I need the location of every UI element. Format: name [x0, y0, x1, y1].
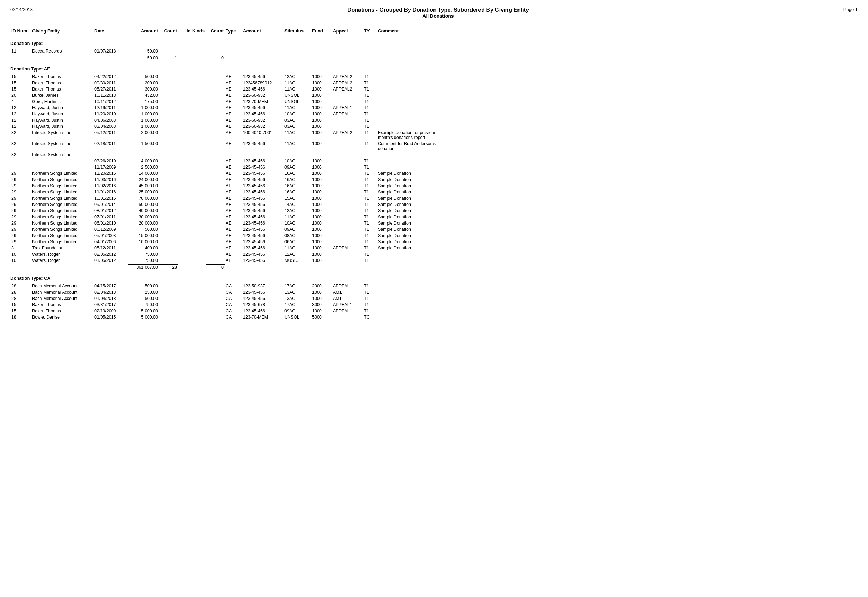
subtotal-cell-3: 50.00 [128, 55, 159, 61]
cell-inkinds [178, 227, 206, 232]
cell-comment [377, 251, 439, 257]
cell-appeal [332, 183, 363, 189]
table-row: 12Hayward, Justin12/19/20111,000.00AE123… [10, 105, 858, 111]
table-row: 10Waters, Roger02/05/2012750.00AE123-45-… [10, 251, 858, 257]
cell-id: 28 [10, 296, 31, 301]
cell-inkinds [178, 196, 206, 201]
subtotal-cell-9 [283, 55, 311, 61]
cell-count [159, 214, 178, 220]
cell-account: 123-45-456 [242, 74, 283, 79]
cell-fund: 1000 [311, 111, 332, 117]
cell-stimulus: 08AC [283, 233, 311, 238]
cell-id: 29 [10, 189, 31, 195]
cell-fund: 1000 [311, 171, 332, 176]
cell-inkinds [178, 239, 206, 245]
cell-stimulus: 13AC [283, 290, 311, 295]
cell-count [159, 302, 178, 307]
cell-comment [377, 48, 439, 54]
cell-account: 123-45-456 [242, 227, 283, 232]
cell-stimulus: 16AC [283, 189, 311, 195]
table-row: 11/17/20092,500.00AE123-45-45609AC1000T1 [10, 164, 858, 170]
table-row: 29Northern Songs Limited,11/20/201614,00… [10, 170, 858, 177]
cell-amount: 1,000.00 [128, 111, 159, 117]
cell-count [159, 165, 178, 170]
cell-count2 [206, 302, 225, 307]
cell-stimulus [283, 48, 311, 54]
cell-comment [377, 258, 439, 263]
table-row: 4Gore, Martin L.10/11/2012175.00AE123-70… [10, 98, 858, 105]
cell-stimulus: 17AC [283, 302, 311, 307]
cell-type: AE [225, 251, 242, 257]
page-header: 02/14/2018 Donations - Grouped By Donati… [10, 7, 858, 19]
cell-account: 123-45-456 [242, 86, 283, 92]
cell-appeal [332, 196, 363, 201]
cell-id: 29 [10, 196, 31, 201]
cell-id: 4 [10, 99, 31, 104]
cell-comment: Sample Donation [377, 189, 439, 195]
cell-inkinds [178, 111, 206, 117]
cell-comment: Sample Donation [377, 171, 439, 176]
cell-type: AE [225, 214, 242, 220]
cell-fund: 1000 [311, 117, 332, 123]
cell-amount: 432.00 [128, 93, 159, 98]
cell-appeal [332, 239, 363, 245]
cell-comment [377, 99, 439, 104]
cell-id: 29 [10, 171, 31, 176]
cell-ty: T1 [363, 141, 377, 151]
cell-fund: 1000 [311, 86, 332, 92]
table-row: 12Hayward, Justin03/04/20031,000.00AE123… [10, 123, 858, 129]
page-number: Page 1 [843, 7, 858, 12]
cell-id: 29 [10, 227, 31, 232]
subtotal-row-1: 361,007.00280 [10, 264, 858, 271]
cell-amount: 500.00 [128, 283, 159, 289]
cell-comment: Sample Donation [377, 177, 439, 183]
cell-inkinds [178, 308, 206, 314]
cell-entity: Baker, Thomas [31, 80, 93, 86]
cell-appeal: APPEAL2 [332, 74, 363, 79]
cell-entity: Baker, Thomas [31, 302, 93, 307]
cell-inkinds [178, 124, 206, 129]
cell-count2 [206, 196, 225, 201]
cell-id: 32 [10, 130, 31, 140]
cell-amount: 30,000.00 [128, 214, 159, 220]
cell-stimulus [283, 152, 311, 157]
section-header-1: Donation Type: AE [10, 66, 858, 71]
cell-count [159, 290, 178, 295]
cell-ty: T1 [363, 189, 377, 195]
table-row: 29Northern Songs Limited,06/01/201020,00… [10, 220, 858, 226]
cell-appeal [332, 227, 363, 232]
cell-count2 [206, 130, 225, 140]
cell-entity: Northern Songs Limited, [31, 189, 93, 195]
cell-stimulus: 11AC [283, 214, 311, 220]
cell-amount: 2,000.00 [128, 130, 159, 140]
cell-fund: 1000 [311, 208, 332, 214]
cell-date: 01/05/2015 [93, 314, 128, 320]
cell-comment [377, 111, 439, 117]
cell-entity [31, 165, 93, 170]
cell-fund: 3000 [311, 302, 332, 307]
cell-amount: 14,000.00 [128, 171, 159, 176]
subtotal-cell-4: 1 [159, 55, 178, 61]
cell-count [159, 86, 178, 92]
cell-entity: Northern Songs Limited, [31, 239, 93, 245]
table-row: 03/26/20104,000.00AE123-45-45610AC1000T1 [10, 158, 858, 164]
cell-account: 100-4010-7001 [242, 130, 283, 140]
cell-count2 [206, 152, 225, 157]
cell-comment: Example donation for previous month's do… [377, 130, 439, 140]
cell-type: CA [225, 296, 242, 301]
cell-comment: Sample Donation [377, 220, 439, 226]
cell-ty: T1 [363, 130, 377, 140]
subtotal-cell-4: 28 [159, 264, 178, 270]
cell-type: CA [225, 283, 242, 289]
section-header-2: Donation Type: CA [10, 276, 858, 281]
cell-count2 [206, 290, 225, 295]
cell-account: 123-45-456 [242, 251, 283, 257]
cell-type: AE [225, 93, 242, 98]
cell-date: 03/04/2003 [93, 124, 128, 129]
cell-type: AE [225, 124, 242, 129]
cell-count2 [206, 220, 225, 226]
cell-date: 01/04/2013 [93, 296, 128, 301]
cell-ty: T1 [363, 245, 377, 251]
cell-appeal [332, 251, 363, 257]
cell-stimulus: 11AC [283, 86, 311, 92]
